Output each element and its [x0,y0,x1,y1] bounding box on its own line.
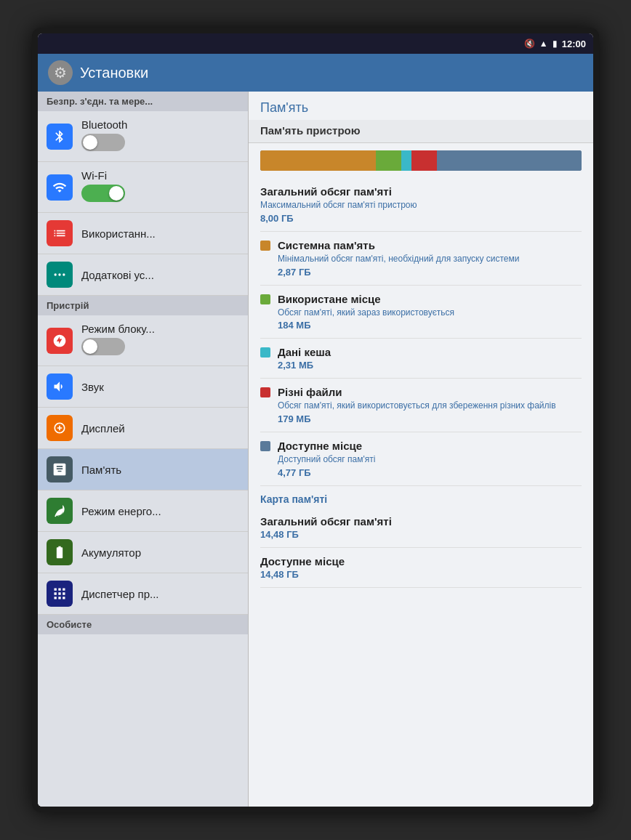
display-icon [47,415,73,441]
cache-color-dot [260,347,270,358]
bluetooth-icon [47,124,73,150]
memory-bar [260,150,582,171]
used-title: Використане місце [278,293,582,305]
memory-label: Пам'ять [81,464,239,476]
sd-total-value: 14,48 ГБ [260,529,582,540]
available-value: 4,77 ГБ [278,467,582,478]
block-toggle[interactable] [81,338,125,355]
sidebar-item-dispatcher[interactable]: Диспетчер пр... [38,573,248,615]
total-content: Загальний обсяг пам'яті Максимальний обс… [260,185,582,224]
energy-icon [47,498,73,524]
title-bar: ⚙ Установки [38,54,593,92]
used-color-dot [260,294,270,304]
bar-system [260,150,376,171]
memory-item-cache[interactable]: Дані кеша 2,31 МБ [260,339,582,379]
memory-item-content: Пам'ять [81,464,239,476]
various-value: 179 МБ [278,413,582,424]
panel-title: Пам'ять [249,92,593,120]
sidebar-item-memory[interactable]: Пам'ять [38,449,248,490]
sd-available-title: Доступне місце [260,555,582,568]
sd-items-list: Загальний обсяг пам'яті 14,48 ГБ Доступн… [249,508,593,588]
wifi-icon [47,174,73,201]
battery-icon [47,539,73,565]
bluetooth-toggle-container [81,134,239,154]
sd-available-content: Доступне місце 14,48 ГБ [260,555,582,580]
sd-section-title: Карта пам'яті [249,486,593,508]
available-color-dot [260,441,270,451]
dispatcher-item-content: Диспетчер пр... [81,588,239,600]
total-value: 8,00 ГБ [260,213,582,224]
device-memory-title: Пам'ять пристрою [249,120,593,143]
sd-total-title: Загальний обсяг пам'яті [260,515,582,528]
sd-available-item: Доступне місце 14,48 ГБ [260,548,582,588]
mute-icon: 🔇 [524,39,535,49]
wifi-status-icon: ▲ [539,39,548,49]
status-bar: 🔇 ▲ ▮ 12:00 [38,33,593,54]
system-value: 2,87 ГБ [278,267,582,278]
sd-available-value: 14,48 ГБ [260,569,582,580]
sidebar-item-extra[interactable]: Додаткові ус... [38,254,248,296]
system-title: Системна пам'ять [278,239,582,251]
sidebar-item-battery[interactable]: Акумулятор [38,532,248,573]
sound-icon [47,373,73,400]
available-content: Доступне місце Доступний обсяг пам'яті 4… [278,440,582,478]
sd-total-content: Загальний обсяг пам'яті 14,48 ГБ [260,515,582,540]
sidebar-item-display[interactable]: Дисплей [38,408,248,449]
section-header-wireless: Безпр. з'єдн. та мере... [38,92,248,111]
sd-total-item: Загальний обсяг пам'яті 14,48 ГБ [260,508,582,548]
app-title: Установки [80,65,148,81]
used-content: Використане місце Обсяг пам'яті, який за… [278,293,582,331]
energy-item-content: Режим енерго... [81,505,239,517]
sidebar-item-wifi[interactable]: Wi-Fi [38,162,248,213]
memory-item-various: Різні файли Обсяг пам'яті, який використ… [260,379,582,432]
various-color-dot [260,387,270,397]
bar-available [437,150,582,171]
bluetooth-toggle[interactable] [81,134,125,151]
section-header-personal: Особисте [38,615,248,634]
memory-icon [47,456,73,482]
display-label: Дисплей [81,422,239,435]
bluetooth-toggle-thumb [83,135,97,150]
main-panel: Пам'ять Пам'ять пристрою Загальний обсяг… [249,92,593,807]
sidebar-item-energy[interactable]: Режим енерго... [38,490,248,532]
extra-label: Додаткові ус... [81,269,239,281]
used-desc: Обсяг пам'яті, який зараз використовуєть… [278,307,582,319]
memory-item-available: Доступне місце Доступний обсяг пам'яті 4… [260,432,582,486]
sidebar: Безпр. з'єдн. та мере... Bluetooth [38,92,249,807]
device-frame: 🔇 ▲ ▮ 12:00 ⚙ Установки Безпр. з'єдн. та… [32,28,599,812]
battery-status-icon: ▮ [552,39,558,49]
svg-point-0 [55,273,57,275]
block-icon [47,328,73,354]
sidebar-item-bluetooth[interactable]: Bluetooth [38,111,248,162]
energy-label: Режим енерго... [81,505,239,517]
usage-icon [47,220,73,246]
system-desc: Мінімальний обсяг пам'яті, необхідний дл… [278,253,582,265]
system-color-dot [260,241,270,251]
screen: 🔇 ▲ ▮ 12:00 ⚙ Установки Безпр. з'єдн. та… [38,33,593,807]
sound-label: Звук [81,381,239,393]
wifi-toggle-container [81,185,239,205]
available-desc: Доступний обсяг пам'яті [278,453,582,466]
dispatcher-label: Диспетчер пр... [81,588,239,600]
block-label: Режим блоку... [81,323,239,335]
various-desc: Обсяг пам'яті, який використовується для… [278,400,582,412]
svg-point-2 [63,273,65,275]
usage-item-content: Використанн... [81,227,239,240]
wifi-label: Wi-Fi [81,169,239,182]
sidebar-item-usage[interactable]: Використанн... [38,213,248,254]
sidebar-item-sound[interactable]: Звук [38,366,248,408]
system-content: Системна пам'ять Мінімальний обсяг пам'я… [278,239,582,278]
bar-used [376,150,401,171]
memory-items-list: Загальний обсяг пам'яті Максимальний обс… [249,178,593,486]
cache-content: Дані кеша 2,31 МБ [278,346,582,371]
wifi-toggle[interactable] [81,185,125,202]
battery-label: Акумулятор [81,546,239,559]
extra-item-content: Додаткові ус... [81,269,239,281]
block-toggle-container [81,338,239,358]
settings-gear-icon: ⚙ [48,60,73,85]
cache-title: Дані кеша [278,346,582,358]
memory-item-used: Використане місце Обсяг пам'яті, який за… [260,286,582,339]
svg-point-1 [58,273,60,275]
sidebar-item-block[interactable]: Режим блоку... [38,315,248,366]
dispatcher-icon [47,581,73,607]
